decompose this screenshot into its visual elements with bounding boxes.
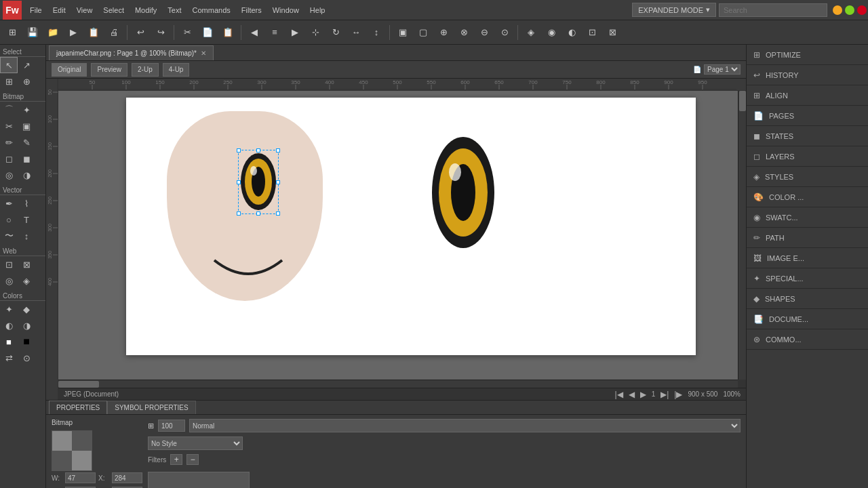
brush-tool[interactable]: ✏: [0, 134, 18, 150]
properties-tab[interactable]: PROPERTIES: [49, 401, 107, 414]
smudge-tool[interactable]: ◼: [18, 150, 35, 167]
hotspot-poly-tool[interactable]: ◈: [18, 272, 35, 289]
right-panel-item-pages[interactable]: 📄PAGES: [747, 106, 868, 126]
tool-group[interactable]: ▣: [393, 24, 412, 41]
horizontal-scrollbar[interactable]: [58, 380, 738, 388]
measure-tool[interactable]: ↕: [18, 228, 35, 244]
vertical-scrollbar[interactable]: [738, 91, 746, 380]
tool-rotate[interactable]: ↻: [326, 24, 345, 41]
paint-bucket-tool[interactable]: ◆: [18, 301, 35, 317]
tool-ungroup[interactable]: ▢: [414, 24, 433, 41]
hotspot-circle-tool[interactable]: ◎: [0, 272, 18, 289]
slice-tool[interactable]: ⊠: [18, 256, 35, 272]
bezier-tool[interactable]: ⌇: [18, 195, 35, 211]
fill-tool[interactable]: ◑: [18, 317, 35, 333]
ellipse-tool[interactable]: ○: [0, 211, 18, 228]
right-panel-item-styles[interactable]: ◈STYLES: [747, 167, 868, 187]
symbol-properties-tab[interactable]: SYMBOL PROPERTIES: [107, 401, 195, 414]
menu-filters[interactable]: Filters: [236, 3, 267, 17]
text-tool[interactable]: T: [18, 211, 35, 228]
nav-prev[interactable]: ◀: [629, 390, 635, 399]
transform-tool[interactable]: ⊕: [18, 73, 35, 89]
hotspot-tool[interactable]: ⊡: [0, 256, 18, 272]
tool-open[interactable]: 📁: [43, 24, 62, 41]
style-select[interactable]: No Style: [148, 436, 243, 450]
dodge-tool[interactable]: ◑: [18, 167, 35, 183]
opacity-input[interactable]: [158, 420, 185, 432]
eyedropper-tool[interactable]: ✦: [0, 301, 18, 317]
expanded-mode-button[interactable]: EXPANDED MODE ▾: [632, 3, 716, 17]
view-2up[interactable]: 2-Up: [132, 63, 159, 77]
canvas-viewport[interactable]: [58, 91, 746, 388]
nav-play[interactable]: ▶: [640, 390, 646, 399]
right-panel-item-color[interactable]: 🎨COLOR ...: [747, 187, 868, 207]
pencil-tool[interactable]: ✎: [18, 134, 35, 150]
blur-tool[interactable]: ◎: [0, 167, 18, 183]
close-button[interactable]: [857, 5, 867, 15]
gradient-tool[interactable]: ◐: [0, 317, 18, 333]
maximize-button[interactable]: [845, 5, 854, 15]
freehand-tool[interactable]: 〜: [0, 228, 18, 244]
tool-align-right[interactable]: ▶: [285, 24, 304, 41]
lasso-tool[interactable]: ⌒: [0, 102, 18, 118]
stroke-color[interactable]: ■: [0, 333, 18, 350]
tool-mask[interactable]: ◈: [521, 24, 540, 41]
tab-close-button[interactable]: ✕: [201, 49, 206, 57]
vertical-scrollbar-thumb[interactable]: [739, 91, 746, 111]
default-colors[interactable]: ⊙: [18, 350, 35, 366]
menu-commands[interactable]: Commands: [187, 3, 236, 17]
tool-cut[interactable]: ✂: [178, 24, 197, 41]
tool-align-center[interactable]: ≡: [265, 24, 284, 41]
tool-flip-v[interactable]: ↕: [367, 24, 386, 41]
tool-undo[interactable]: ↩: [131, 24, 150, 41]
tool-flip-h[interactable]: ↔: [347, 24, 366, 41]
page-select[interactable]: Page 1: [704, 64, 741, 75]
blend-mode-select[interactable]: Normal Multiply Screen: [189, 419, 741, 432]
tool-punch[interactable]: ⊙: [495, 24, 514, 41]
tool-hotspot[interactable]: ⊡: [583, 24, 601, 41]
document-tab[interactable]: japanimeChar.png : Page 1 @ 100% (Bitmap…: [49, 45, 214, 60]
right-panel-item-align[interactable]: ⊞ALIGN: [747, 85, 868, 106]
tool-union[interactable]: ⊕: [434, 24, 453, 41]
fill-color[interactable]: ■: [18, 333, 35, 350]
pen-tool[interactable]: ✒: [0, 195, 18, 211]
right-panel-item-commo[interactable]: ⊛COMMO...: [747, 329, 868, 350]
add-filter-button[interactable]: +: [170, 454, 182, 465]
right-panel-item-layers[interactable]: ◻LAYERS: [747, 146, 868, 167]
menu-modify[interactable]: Modify: [130, 3, 162, 17]
tool-paste[interactable]: 📋: [218, 24, 237, 41]
nav-last[interactable]: |▶: [674, 390, 682, 399]
right-panel-item-docume[interactable]: 📑DOCUME...: [747, 309, 868, 329]
tool-export[interactable]: 📋: [84, 24, 103, 41]
pointer-tool[interactable]: ↖: [0, 57, 18, 73]
tool-new[interactable]: ⊞: [3, 24, 22, 41]
tool-blend[interactable]: ◉: [542, 24, 561, 41]
minimize-button[interactable]: [833, 5, 842, 15]
tool-redo[interactable]: ↪: [151, 24, 170, 41]
tool-gradient[interactable]: ◐: [562, 24, 581, 41]
right-panel-item-imagee[interactable]: 🖼IMAGE E...: [747, 248, 868, 268]
right-panel-item-swatc[interactable]: ◉SWATC...: [747, 207, 868, 228]
view-preview[interactable]: Preview: [91, 63, 127, 77]
menu-edit[interactable]: Edit: [47, 3, 71, 17]
tool-save[interactable]: 💾: [23, 24, 42, 41]
crop-tool[interactable]: ✂: [0, 118, 18, 134]
menu-file[interactable]: File: [24, 3, 47, 17]
menu-view[interactable]: View: [71, 3, 98, 17]
nav-first[interactable]: |◀: [615, 390, 623, 399]
tool-distribute[interactable]: ⊹: [306, 24, 325, 41]
menu-text[interactable]: Text: [162, 3, 186, 17]
right-panel-item-optimize[interactable]: ⊞OPTIMIZE: [747, 45, 868, 65]
right-panel-item-history[interactable]: ↩HISTORY: [747, 65, 868, 85]
view-original[interactable]: Original: [52, 63, 87, 77]
tool-align-left[interactable]: ◀: [245, 24, 264, 41]
right-panel-item-states[interactable]: ◼STATES: [747, 126, 868, 146]
menu-window[interactable]: Window: [267, 3, 304, 17]
eraser-tool[interactable]: ◻: [0, 150, 18, 167]
horizontal-scrollbar-thumb[interactable]: [58, 381, 99, 388]
marquee-tool[interactable]: ▣: [18, 118, 35, 134]
width-input[interactable]: [65, 472, 96, 483]
tool-print[interactable]: 🖨: [104, 24, 123, 41]
view-4up[interactable]: 4-Up: [163, 63, 190, 77]
right-panel-item-special[interactable]: ✦SPECIAL...: [747, 268, 868, 289]
